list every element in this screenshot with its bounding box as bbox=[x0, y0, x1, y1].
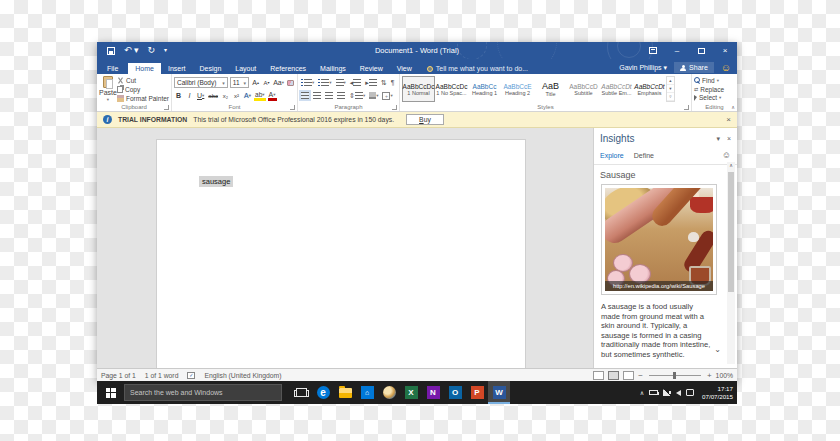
clipboard-dialog-launcher-icon[interactable] bbox=[164, 105, 169, 110]
save-icon[interactable] bbox=[107, 47, 115, 55]
store-app-button[interactable]: ⌂ bbox=[356, 381, 378, 404]
zoom-out-icon[interactable]: − bbox=[638, 371, 643, 380]
word-count[interactable]: 1 of 1 word bbox=[145, 372, 179, 379]
style-subtitle[interactable]: AaBbCcDSubtitle bbox=[567, 76, 600, 102]
print-layout-icon[interactable] bbox=[608, 371, 619, 380]
tell-me-box[interactable]: Tell me what you want to do... bbox=[427, 65, 528, 74]
undo-icon[interactable]: ↶ ▾ bbox=[124, 46, 139, 55]
globe-app-button[interactable] bbox=[378, 381, 400, 404]
close-button[interactable]: × bbox=[713, 42, 737, 59]
shading-button[interactable]: ▾ bbox=[368, 90, 379, 101]
style-normal[interactable]: AaBbCcDc1 Normal bbox=[402, 76, 435, 102]
zoom-slider[interactable] bbox=[649, 375, 701, 376]
redo-icon[interactable]: ↻ bbox=[148, 46, 156, 55]
tab-explore[interactable]: Explore bbox=[600, 152, 624, 159]
qat-customize-icon[interactable]: ▾ bbox=[164, 46, 167, 55]
pane-close-icon[interactable]: × bbox=[727, 135, 731, 143]
taskbar-search-input[interactable] bbox=[124, 384, 282, 401]
justify-button[interactable] bbox=[336, 90, 346, 101]
expand-chevron-icon[interactable]: ⌄ bbox=[714, 345, 721, 354]
file-explorer-button[interactable] bbox=[334, 381, 356, 404]
style-subtle-emphasis[interactable]: AaBbCcDtSubtle Em... bbox=[600, 76, 633, 102]
font-color-button[interactable]: A▾ bbox=[268, 90, 277, 101]
action-center-icon[interactable] bbox=[686, 389, 694, 396]
tab-file[interactable]: File bbox=[97, 63, 128, 74]
insights-scrollbar[interactable]: ∧ bbox=[727, 162, 735, 364]
word-app-button[interactable]: W bbox=[488, 381, 510, 404]
tab-define[interactable]: Define bbox=[634, 152, 654, 159]
bold-button[interactable]: B bbox=[174, 90, 183, 101]
feedback-smiley-icon[interactable]: ☺ bbox=[722, 151, 731, 160]
paste-button[interactable]: Paste ▾ bbox=[99, 76, 117, 102]
bullets-button[interactable]: ▾ bbox=[300, 77, 315, 88]
align-right-button[interactable] bbox=[324, 90, 334, 101]
change-case-button[interactable]: Aa▾ bbox=[273, 77, 284, 88]
styles-dialog-launcher-icon[interactable] bbox=[684, 105, 689, 110]
borders-button[interactable]: +▾ bbox=[381, 90, 393, 101]
web-layout-icon[interactable] bbox=[623, 371, 634, 380]
edge-app-button[interactable]: e bbox=[312, 381, 334, 404]
highlight-color-button[interactable]: ab▾ bbox=[254, 90, 266, 101]
paragraph-dialog-launcher-icon[interactable] bbox=[392, 105, 397, 110]
numbering-button[interactable]: ▾ bbox=[317, 77, 332, 88]
scroll-thumb[interactable] bbox=[728, 172, 734, 292]
show-marks-button[interactable]: ¶ bbox=[390, 77, 396, 88]
style-no-spacing[interactable]: AaBbCcDc1 No Spac... bbox=[435, 76, 468, 102]
italic-button[interactable]: I bbox=[185, 90, 194, 101]
page-count[interactable]: Page 1 of 1 bbox=[101, 372, 136, 379]
scroll-up-icon[interactable]: ∧ bbox=[727, 162, 735, 168]
styles-gallery-scroll[interactable]: ▴▾▿ bbox=[666, 76, 675, 102]
feedback-smiley-icon[interactable]: ☺ bbox=[721, 63, 731, 73]
underline-button[interactable]: U▾ bbox=[196, 90, 205, 101]
share-button[interactable]: Share bbox=[674, 62, 714, 73]
style-title[interactable]: AaBTitle bbox=[534, 76, 567, 102]
account-name[interactable]: Gavin Phillips ▾ bbox=[619, 64, 667, 72]
text-effects-button[interactable]: A▾ bbox=[243, 90, 252, 101]
align-left-button[interactable] bbox=[300, 90, 310, 101]
format-painter-button[interactable]: Format Painter bbox=[117, 95, 169, 102]
copy-button[interactable]: Copy bbox=[117, 86, 169, 93]
tab-review[interactable]: Review bbox=[353, 63, 390, 74]
grow-font-button[interactable]: A▴ bbox=[251, 77, 260, 88]
tray-expand-icon[interactable]: ∧ bbox=[640, 389, 644, 396]
tab-view[interactable]: View bbox=[390, 63, 419, 74]
buy-button[interactable]: Buy bbox=[406, 114, 444, 125]
speaker-icon[interactable] bbox=[676, 390, 681, 396]
shrink-font-button[interactable]: A▾ bbox=[262, 77, 271, 88]
battery-icon[interactable] bbox=[649, 390, 658, 395]
style-heading1[interactable]: AaBbCcHeading 1 bbox=[468, 76, 501, 102]
replace-button[interactable]: ⇄Replace bbox=[694, 85, 735, 94]
zoom-level[interactable]: 100% bbox=[716, 372, 733, 379]
restore-button[interactable] bbox=[689, 42, 713, 59]
tab-mailings[interactable]: Mailings bbox=[313, 63, 353, 74]
sort-button[interactable]: ⇅ bbox=[380, 77, 388, 88]
line-spacing-button[interactable]: ⇕▾ bbox=[348, 90, 366, 101]
minimize-button[interactable]: – bbox=[665, 42, 689, 59]
find-button[interactable]: Find ▾ bbox=[694, 76, 735, 85]
font-dialog-launcher-icon[interactable] bbox=[290, 105, 295, 110]
tab-references[interactable]: References bbox=[263, 63, 313, 74]
strikethrough-button[interactable]: abc bbox=[207, 90, 219, 101]
tab-home[interactable]: Home bbox=[128, 63, 161, 74]
font-name-combobox[interactable]: Calibri (Body)▾ bbox=[174, 77, 228, 88]
tab-layout[interactable]: Layout bbox=[228, 63, 263, 74]
result-image-card[interactable]: http://en.wikipedia.org/wiki/Sausage bbox=[601, 184, 717, 295]
proofing-icon[interactable]: ✓ bbox=[187, 372, 195, 379]
clear-formatting-button[interactable] bbox=[286, 77, 295, 88]
selected-word[interactable]: sausage bbox=[199, 176, 233, 187]
excel-app-button[interactable]: X bbox=[400, 381, 422, 404]
language-status[interactable]: English (United Kingdom) bbox=[204, 372, 281, 379]
subscript-button[interactable]: x₂ bbox=[221, 90, 230, 101]
collapse-ribbon-icon[interactable]: ∧ bbox=[731, 104, 735, 110]
pane-options-icon[interactable]: ▾ bbox=[716, 135, 720, 143]
start-button[interactable] bbox=[97, 381, 124, 404]
decrease-indent-button[interactable]: ◂ bbox=[349, 77, 363, 88]
taskbar-clock[interactable]: 17:17 07/07/2015 bbox=[699, 385, 733, 400]
increase-indent-button[interactable]: ▸ bbox=[364, 77, 378, 88]
cut-button[interactable]: Cut bbox=[117, 77, 169, 84]
read-mode-icon[interactable] bbox=[593, 371, 604, 380]
style-heading2[interactable]: AaBbCcEHeading 2 bbox=[501, 76, 534, 102]
task-view-button[interactable] bbox=[290, 381, 312, 404]
ribbon-display-options-icon[interactable] bbox=[641, 42, 665, 59]
superscript-button[interactable]: x² bbox=[232, 90, 241, 101]
